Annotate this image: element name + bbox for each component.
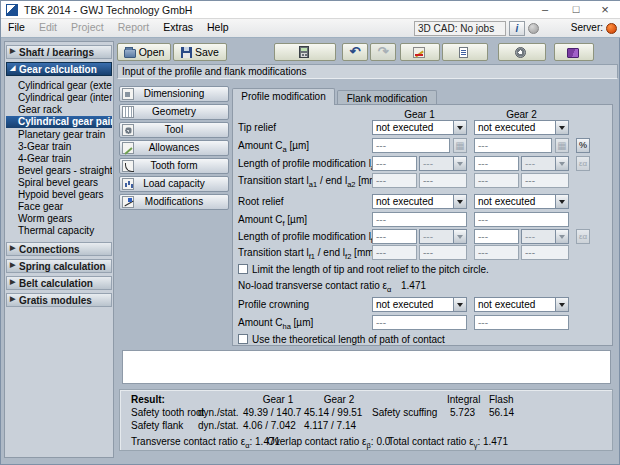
transition-a2-gear1-input [419, 173, 467, 188]
profile-crowning-gear2-select[interactable]: not executed [474, 297, 569, 312]
info-button[interactable]: i [509, 21, 525, 36]
sidebar-item-thermal-capacity[interactable]: Thermal capacity [6, 225, 112, 237]
nav-load-capacity-button[interactable]: Load capacity [119, 176, 229, 192]
calculate-button[interactable]: Calculate [274, 43, 336, 61]
sidebar-item-gear-rack[interactable]: Gear rack [6, 104, 112, 116]
sidebar-item-cylindrical-gear-pair[interactable]: Cylindrical gear pair [6, 116, 112, 128]
result-col-gear1: Gear 1 [243, 394, 313, 405]
profile-crowning-gear1-select[interactable]: not executed [372, 297, 467, 312]
options-button[interactable]: Options [498, 43, 546, 61]
sidebar-item-worm-gears[interactable]: Worm gears [6, 213, 112, 225]
sidebar-section-gratis-modules[interactable]: ▶ Gratis modules [6, 293, 112, 307]
report-button[interactable]: Report [442, 43, 488, 61]
sidebar-item-cylindrical-gear-external[interactable]: Cylindrical gear (external) [6, 80, 112, 92]
menu-extras[interactable]: Extras [156, 19, 200, 37]
sidebar-item-face-gear[interactable]: Face gear [6, 201, 112, 213]
tab-profile-modification[interactable]: Profile modification [232, 88, 335, 105]
root-relief-gear1-select[interactable]: not executed [372, 194, 467, 209]
sidebar-item-bevel-gears[interactable]: Bevel gears - straight/helical [6, 165, 112, 177]
cad-button[interactable]: CAD [400, 43, 440, 61]
sidebar-item-hypoid-bevel-gears[interactable]: Hypoid bevel gears [6, 189, 112, 201]
sidebar-section-gear-calculation[interactable]: ◢ Gear calculation [6, 62, 112, 76]
dropdown-arrow-icon [453, 298, 466, 311]
sidebar-item-cylindrical-gear-internal[interactable]: Cylindrical gear (internal) [6, 92, 112, 104]
length-lf-gear1-input[interactable] [372, 229, 417, 244]
nav-tooth-form-button[interactable]: Tooth form [119, 158, 229, 174]
amount-ca-gear1-input[interactable] [372, 138, 450, 153]
module-sidebar: ▶ Shaft / bearings ◢ Gear calculation Cy… [4, 41, 114, 458]
sidebar-section-belt-calculation[interactable]: ▶ Belt calculation [6, 276, 112, 290]
length-la-gear2-input[interactable] [474, 156, 519, 171]
sidebar-item-4-gear-train[interactable]: 4-Gear train [6, 153, 112, 165]
transition-f-label: Transition start lf1 / end lf2 [mm] [238, 247, 376, 258]
minimize-button[interactable]: – [531, 1, 559, 19]
sidebar-item-3-gear-train[interactable]: 3-Gear train [6, 141, 112, 153]
nav-tool-button[interactable]: Tool [119, 122, 229, 138]
result-panel: Result: Gear 1 Gear 2 Integral Flash Saf… [119, 389, 613, 451]
undo-button[interactable]: ↶ [342, 43, 368, 61]
sidebar-item-planetary-gear-train[interactable]: Planetary gear train [6, 129, 112, 141]
safety-flank-gear2: 4.117 / 7.14 [304, 420, 356, 431]
load-capacity-icon [122, 178, 134, 190]
redo-button: ↷ [370, 43, 396, 61]
cad-drawing-icon [413, 47, 425, 58]
dropdown-arrow-icon [453, 157, 466, 170]
menu-edit: Edit [32, 19, 64, 37]
tip-relief-label: Tip relief [238, 122, 276, 133]
cad-status-icon [528, 23, 539, 34]
dimensioning-icon [122, 88, 134, 100]
amount-cf-gear1-input[interactable] [372, 212, 467, 227]
length-la-gear2-select: --- [521, 156, 569, 171]
geometry-icon [122, 106, 134, 118]
safety-tooth-root-gear1: 49.39 / 140.7 [243, 407, 301, 418]
calculator-icon [299, 46, 309, 58]
safety-tooth-root-gear2: 45.14 / 99.51 [304, 407, 362, 418]
menu-help[interactable]: Help [200, 19, 236, 37]
menu-bar: File Edit Project Report Extras Help 3D … [1, 19, 620, 38]
theoretical-length-checkbox[interactable] [238, 334, 248, 344]
redo-icon: ↷ [378, 44, 389, 59]
tip-relief-gear2-select[interactable]: not executed [474, 120, 569, 135]
safety-flank-gear1: 4.06 / 7.042 [243, 420, 296, 431]
amount-cf-gear2-input[interactable] [474, 212, 569, 227]
amount-ca-gear2-input[interactable] [474, 138, 552, 153]
length-lf-gear2-input[interactable] [474, 229, 519, 244]
menu-file[interactable]: File [1, 19, 32, 37]
close-button[interactable]: × [591, 1, 619, 19]
percent-button[interactable]: % [576, 138, 590, 153]
limit-pitch-circle-checkbox[interactable] [238, 264, 248, 274]
open-button[interactable]: Open [117, 43, 171, 61]
chevron-right-icon: ▶ [10, 295, 15, 303]
sidebar-section-connections[interactable]: ▶ Connections [6, 242, 112, 256]
root-relief-label: Root relief [238, 196, 284, 207]
length-lf-gear1-select: --- [419, 229, 467, 244]
save-button[interactable]: Save [173, 43, 227, 61]
length-lf-gear2-select: --- [521, 229, 569, 244]
root-relief-gear2-select[interactable]: not executed [474, 194, 569, 209]
nav-geometry-button[interactable]: Geometry [119, 104, 229, 120]
gear1-column-header: Gear 1 [372, 109, 467, 120]
gear2-column-header: Gear 2 [474, 109, 569, 120]
amount-cha-gear2-input[interactable] [474, 315, 569, 330]
sidebar-section-spring-calculation[interactable]: ▶ Spring calculation [6, 259, 112, 273]
amount-cha-gear1-input[interactable] [372, 315, 467, 330]
dropdown-arrow-icon [453, 230, 466, 243]
tip-relief-gear1-select[interactable]: not executed [372, 120, 467, 135]
safety-tooth-root-mode: dyn./stat. [198, 407, 239, 418]
sidebar-section-shaft-bearings[interactable]: ▶ Shaft / bearings [6, 45, 112, 59]
help-button[interactable]: Help [554, 43, 594, 61]
dropdown-arrow-icon [555, 121, 568, 134]
dropdown-arrow-icon [555, 195, 568, 208]
safety-tooth-root-label: Safety tooth root [131, 407, 204, 418]
tab-flank-modification[interactable]: Flank modification [337, 90, 437, 105]
chevron-right-icon: ▶ [10, 47, 15, 55]
length-la-gear1-input[interactable] [372, 156, 417, 171]
safety-scuffing-integral: 5.723 [450, 407, 475, 418]
nav-dimensioning-button[interactable]: Dimensioning [119, 86, 229, 102]
sidebar-item-spiral-bevel-gears[interactable]: Spiral bevel gears [6, 177, 112, 189]
maximize-button[interactable]: □ [562, 1, 590, 19]
nav-modifications-button[interactable]: Modifications [119, 194, 229, 210]
nav-allowances-button[interactable]: Allowances [119, 140, 229, 156]
safety-flank-label: Safety flank [131, 420, 183, 431]
chevron-right-icon: ▶ [10, 261, 15, 269]
